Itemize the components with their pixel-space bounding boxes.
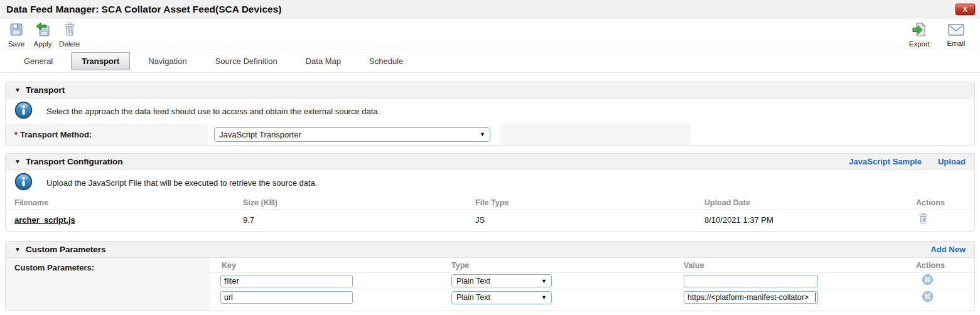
transport-method-value: JavaScript Transporter [219,130,301,139]
dropdown-arrow-icon: ▼ [541,294,547,301]
export-icon [912,22,927,40]
custom-parameters-row-label: Custom Parameters: [6,258,210,311]
javascript-sample-link[interactable]: JavaScript Sample [849,157,922,166]
info-icon [14,173,33,193]
delete-icon [62,22,77,40]
dropdown-arrow-icon: ▼ [480,131,485,137]
param-type-value: Plain Text [456,277,490,286]
custom-parameters-header[interactable]: ▼ Custom Parameters Add New [6,242,974,258]
param-header-key: Key [210,261,451,270]
apply-button[interactable]: Apply [33,22,53,48]
email-label: Email [947,40,966,47]
transport-method-label: Transport Method: [20,130,92,139]
transport-configuration-title: Transport Configuration [26,157,123,166]
param-value-input[interactable] [684,291,818,304]
file-type-value: JS [475,215,704,225]
upload-link[interactable]: Upload [938,157,966,166]
delete-button[interactable]: Delete [59,22,80,48]
tab-source-definition[interactable]: Source Definition [205,53,288,70]
tab-schedule[interactable]: Schedule [359,53,413,70]
tab-bar: General Transport Navigation Source Defi… [0,50,980,73]
save-icon [9,22,24,40]
apply-label: Apply [34,40,52,48]
toolbar: Save Apply Delete [0,19,980,50]
window-titlebar: Data Feed Manager: SCA Collator Asset Fe… [0,0,980,19]
file-table-header-size: Size (KB) [243,198,475,207]
dropdown-arrow-icon: ▼ [541,278,547,284]
file-table-header: Filename Size (KB) File Type Upload Date… [6,195,974,210]
custom-parameters-section: ▼ Custom Parameters Add New Custom Param… [5,241,975,311]
transport-config-info-row: Upload the JavaScript File that will be … [6,170,974,195]
transport-method-select[interactable]: JavaScript Transporter ▼ [214,127,490,142]
tab-general[interactable]: General [14,53,63,70]
param-value-input[interactable] [684,275,818,287]
collapse-arrow-icon: ▼ [14,158,21,165]
param-key-input[interactable] [220,291,353,304]
param-header-actions: Actions [911,261,974,270]
required-marker: * [14,130,18,139]
param-row-url: Plain Text ▼ [210,289,974,306]
remove-icon[interactable] [922,274,933,285]
param-type-select[interactable]: Plain Text ▼ [451,274,552,287]
file-table-header-upload-date: Upload Date [704,198,907,207]
param-type-select[interactable]: Plain Text ▼ [451,291,552,304]
transport-info-text: Select the approach the data feed should… [46,107,380,116]
param-header-type: Type [451,261,684,270]
transport-info-row: Select the approach the data feed should… [6,99,974,124]
tab-data-map[interactable]: Data Map [296,53,351,70]
apply-icon [35,22,50,40]
delete-label: Delete [59,40,80,48]
trash-icon[interactable] [917,213,929,225]
transport-section-title: Transport [26,85,65,95]
collapse-arrow-icon: ▼ [14,87,21,93]
page-title: Data Feed Manager: SCA Collator Asset Fe… [6,4,281,15]
export-label: Export [909,40,930,48]
file-size-value: 9.7 [243,215,475,225]
param-key-input[interactable] [220,275,353,287]
tab-navigation[interactable]: Navigation [138,53,197,70]
collapse-arrow-icon: ▼ [14,246,21,253]
param-table-header: Key Type Value Actions [210,258,974,273]
info-icon [14,101,33,122]
transport-section-header[interactable]: ▼ Transport [6,82,974,99]
close-icon[interactable]: X [956,4,975,15]
custom-parameters-title: Custom Parameters [26,245,106,254]
file-table-header-file-type: File Type [475,198,704,207]
file-table-header-actions: Actions [907,198,974,207]
param-header-value: Value [684,261,911,270]
text-cursor [815,293,816,302]
transport-method-spacer-cell [500,124,691,145]
upload-date-value: 8/10/2021 1:37 PM [704,215,907,225]
export-button[interactable]: Export [909,22,930,48]
file-link[interactable]: archer_script.js [14,215,75,225]
param-type-value: Plain Text [456,293,490,302]
save-label: Save [8,40,24,48]
transport-configuration-header[interactable]: ▼ Transport Configuration JavaScript Sam… [6,154,974,170]
add-new-link[interactable]: Add New [930,245,966,254]
save-button[interactable]: Save [6,22,26,48]
transport-configuration-section: ▼ Transport Configuration JavaScript Sam… [5,153,975,232]
file-table-row: archer_script.js 9.7 JS 8/10/2021 1:37 P… [6,210,974,229]
email-icon [948,22,964,39]
tab-transport[interactable]: Transport [71,52,130,70]
transport-section: ▼ Transport Select the approach the data… [5,82,975,146]
email-button[interactable]: Email [946,22,966,48]
file-table-header-filename: Filename [6,198,243,207]
transport-config-info-text: Upload the JavaScript File that will be … [46,178,317,188]
transport-method-row: * Transport Method: JavaScript Transport… [6,124,974,145]
transport-method-label-cell: * Transport Method: [6,124,208,145]
remove-icon[interactable] [922,291,933,302]
param-row-filter: Plain Text ▼ [210,273,974,289]
